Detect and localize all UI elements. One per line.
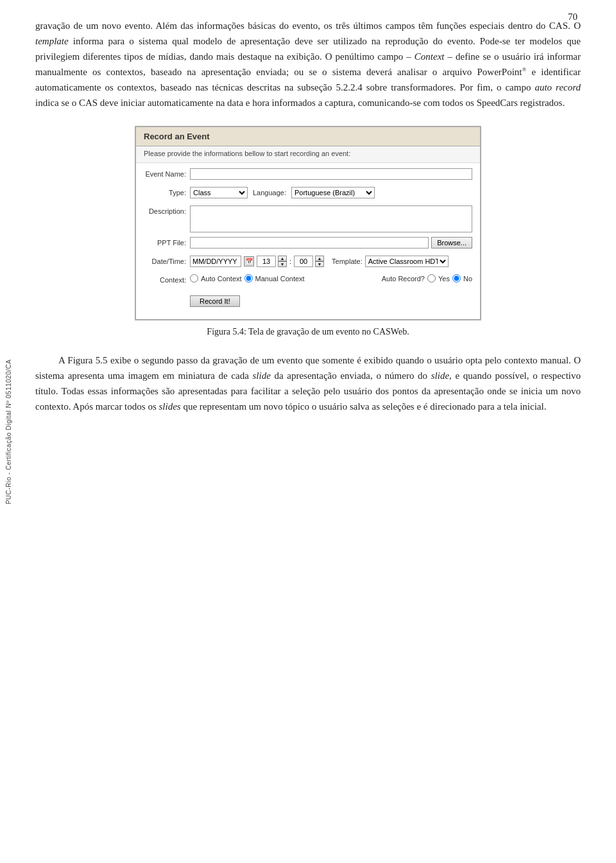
type-row: Type: Class Language: Portuguese (Brazil… [144,187,472,201]
figure-5-4: Record an Event Please provide the infor… [35,126,581,337]
sidebar-label: PUC-Rio - Certificação Digital Nº 051102… [0,0,18,863]
figure-caption: Figura 5.4: Tela de gravação de um event… [207,327,409,337]
record-it-button[interactable]: Record It! [190,295,240,307]
browse-button[interactable]: Browse... [431,237,472,248]
language-select[interactable]: Portuguese (Brazil) [291,187,375,198]
manual-context-radio[interactable] [244,274,253,283]
description-field-area [190,205,472,232]
auto-context-radio-group: Auto Context [190,274,242,283]
hour-down-btn[interactable]: ▼ [278,261,287,267]
auto-record-no-label: No [463,275,472,283]
record-event-form: Record an Event Please provide the infor… [135,126,481,320]
min-up-btn[interactable]: ▲ [315,256,324,261]
template-select[interactable]: Active Classroom HDTV [365,256,449,267]
context-label: Context: [144,274,190,284]
ppt-input[interactable] [190,237,429,248]
language-label: Language: [253,189,286,196]
manual-context-radio-group: Manual Context [244,274,305,283]
datetime-field-area: 📅 ▲ ▼ : ▲ ▼ Templ [190,256,472,267]
ppt-row: PPT File: Browse... [144,237,472,251]
auto-context-radio[interactable] [190,274,198,283]
min-spinners: ▲ ▼ [315,256,324,267]
datetime-label: Date/Time: [144,256,190,265]
event-name-input[interactable] [190,168,472,180]
ppt-label: PPT File: [144,237,190,247]
record-button-row: Record It! [144,293,472,309]
paragraph-1: gravação de um novo evento. Além das inf… [35,18,581,110]
description-label: Description: [144,205,190,215]
time-separator: : [289,257,291,265]
auto-record-yes-label: Yes [438,275,450,283]
auto-record-yes-group: Yes [427,274,450,283]
type-field-area: Class Language: Portuguese (Brazil) [190,187,472,198]
min-input[interactable] [294,256,313,267]
record-label-spacer [144,293,190,295]
page-number: 70 [568,12,578,22]
hour-spinners: ▲ ▼ [278,256,287,267]
calendar-icon[interactable]: 📅 [244,256,254,266]
ppt-field-area: Browse... [190,237,472,248]
auto-record-label: Auto Record? [382,275,425,283]
context-field-area: Auto Context Manual Context Auto Record? [190,274,472,283]
type-select[interactable]: Class [190,187,248,198]
hour-input[interactable] [257,256,276,267]
record-button-area: Record It! [190,293,472,309]
hour-up-btn[interactable]: ▲ [278,256,287,261]
paragraph-2: A Figura 5.5 exibe o segundo passo da gr… [35,353,581,414]
form-title: Record an Event [136,127,480,146]
event-name-label: Event Name: [144,168,190,178]
event-name-field-area [190,168,472,180]
event-name-row: Event Name: [144,168,472,182]
form-subtitle: Please provide the informations bellow t… [136,146,480,163]
min-down-btn[interactable]: ▼ [315,261,324,267]
auto-record-yes-radio[interactable] [427,274,436,283]
context-row: Context: Auto Context Manual Context [144,274,472,288]
auto-record-section: Auto Record? Yes No [382,274,472,283]
auto-record-no-group: No [452,274,472,283]
description-textarea[interactable] [190,205,472,232]
type-label: Type: [144,187,190,196]
description-row: Description: [144,205,472,232]
date-input[interactable] [190,256,241,267]
manual-context-label: Manual Context [255,275,305,283]
template-label: Template: [332,257,363,265]
datetime-row: Date/Time: 📅 ▲ ▼ : [144,256,472,270]
auto-record-no-radio[interactable] [452,274,461,283]
auto-context-label: Auto Context [201,275,242,283]
